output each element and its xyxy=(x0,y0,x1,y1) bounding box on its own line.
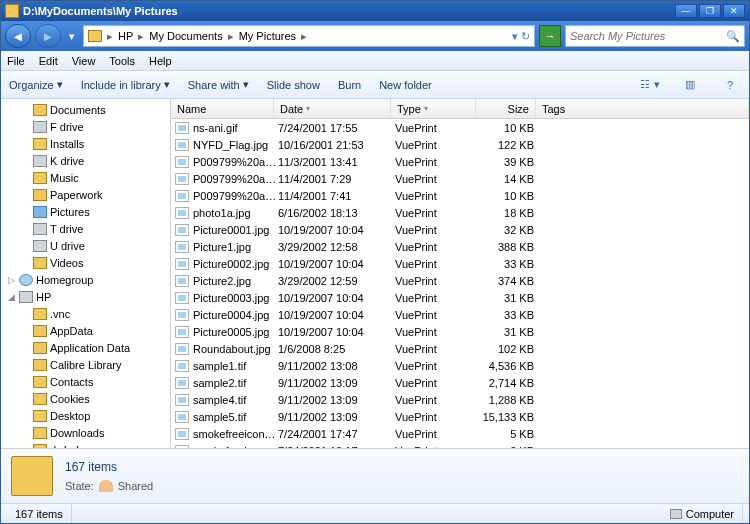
file-row[interactable]: P009799%20all%203...11/3/2001 13:41VuePr… xyxy=(171,153,749,170)
search-box[interactable]: 🔍 xyxy=(565,25,745,47)
tree-item[interactable]: ▷Homegroup xyxy=(1,271,170,288)
file-row[interactable]: Picture0003.jpg10/19/2007 10:04VuePrint3… xyxy=(171,289,749,306)
refresh-dropdown[interactable]: ▾ ↻ xyxy=(512,30,530,43)
file-row[interactable]: sample2.tif9/11/2002 13:09VuePrint2,714 … xyxy=(171,374,749,391)
forward-button[interactable]: ► xyxy=(35,24,61,48)
minimize-button[interactable]: — xyxy=(675,4,697,18)
folder-icon xyxy=(33,104,47,116)
file-type: VuePrint xyxy=(395,343,480,355)
breadcrumb-seg1[interactable]: My Documents xyxy=(149,30,222,42)
separator-icon: ▸ xyxy=(301,30,307,43)
window-title: D:\MyDocuments\My Pictures xyxy=(23,5,675,17)
tree-item[interactable]: ◢HP xyxy=(1,288,170,305)
file-size: 10 KB xyxy=(480,122,540,134)
file-date: 9/11/2002 13:09 xyxy=(278,394,395,406)
tree-item[interactable]: K drive xyxy=(1,152,170,169)
file-row[interactable]: NYFD_Flag.jpg10/16/2001 21:53VuePrint122… xyxy=(171,136,749,153)
file-row[interactable]: photo1a.jpg6/16/2002 18:13VuePrint18 KB xyxy=(171,204,749,221)
burn-button[interactable]: Burn xyxy=(338,79,361,91)
breadcrumb-seg2[interactable]: My Pictures xyxy=(239,30,296,42)
tree-item[interactable]: Cookies xyxy=(1,390,170,407)
column-date[interactable]: Date▾ xyxy=(274,99,391,118)
menu-help[interactable]: Help xyxy=(149,55,172,67)
file-type: VuePrint xyxy=(395,309,480,321)
expand-icon[interactable]: ▷ xyxy=(7,275,16,285)
tree-item[interactable]: Videos xyxy=(1,254,170,271)
file-row[interactable]: sample1.tif9/11/2002 13:08VuePrint4,536 … xyxy=(171,357,749,374)
file-name: P009799%20all%203... xyxy=(193,156,278,168)
file-size: 18 KB xyxy=(480,207,540,219)
file-row[interactable]: Picture0001.jpg10/19/2007 10:04VuePrint3… xyxy=(171,221,749,238)
status-bar: 167 items Computer xyxy=(1,503,749,523)
separator-icon: ▸ xyxy=(138,30,144,43)
back-button[interactable]: ◄ xyxy=(5,24,31,48)
include-library-button[interactable]: Include in library ▾ xyxy=(81,78,170,91)
tree-item[interactable]: U drive xyxy=(1,237,170,254)
file-size: 122 KB xyxy=(480,139,540,151)
file-row[interactable]: ns-ani.gif7/24/2001 17:55VuePrint10 KB xyxy=(171,119,749,136)
tree-item[interactable]: Paperwork xyxy=(1,186,170,203)
close-button[interactable]: ✕ xyxy=(723,4,745,18)
tree-item[interactable]: Desktop xyxy=(1,407,170,424)
tree-label: K drive xyxy=(50,155,84,167)
tree-item[interactable]: Documents xyxy=(1,101,170,118)
file-row[interactable]: Picture0002.jpg10/19/2007 10:04VuePrint3… xyxy=(171,255,749,272)
tree-item[interactable]: Pictures xyxy=(1,203,170,220)
file-row[interactable]: sample4.tif9/11/2002 13:09VuePrint1,288 … xyxy=(171,391,749,408)
file-row[interactable]: Picture2.jpg3/29/2002 12:59VuePrint374 K… xyxy=(171,272,749,289)
file-row[interactable]: Picture0005.jpg10/19/2007 10:04VuePrint3… xyxy=(171,323,749,340)
preview-pane-button[interactable]: ▥ xyxy=(679,75,701,95)
menu-tools[interactable]: Tools xyxy=(109,55,135,67)
tree-item[interactable]: Contacts xyxy=(1,373,170,390)
file-row[interactable]: sample5.tif9/11/2002 13:09VuePrint15,133… xyxy=(171,408,749,425)
tree-item[interactable]: F drive xyxy=(1,118,170,135)
tree-item[interactable]: dwhelper xyxy=(1,441,170,448)
share-with-button[interactable]: Share with ▾ xyxy=(188,78,249,91)
file-row[interactable]: Picture0004.jpg10/19/2007 10:04VuePrint3… xyxy=(171,306,749,323)
tree-item[interactable]: .vnc xyxy=(1,305,170,322)
history-dropdown[interactable]: ▾ xyxy=(65,25,79,47)
file-row[interactable]: smokefreeicon.jpg7/24/2001 17:47VuePrint… xyxy=(171,425,749,442)
go-button[interactable]: → xyxy=(539,25,561,47)
menu-edit[interactable]: Edit xyxy=(39,55,58,67)
slideshow-button[interactable]: Slide show xyxy=(267,79,320,91)
column-name[interactable]: Name xyxy=(171,99,274,118)
file-size: 388 KB xyxy=(480,241,540,253)
folder-icon xyxy=(33,427,47,439)
folder-icon xyxy=(33,376,47,388)
tree-item[interactable]: Downloads xyxy=(1,424,170,441)
file-row[interactable]: P009799%20all%203...11/4/2001 7:29VuePri… xyxy=(171,170,749,187)
expand-icon[interactable]: ◢ xyxy=(7,292,16,302)
file-size: 31 KB xyxy=(480,326,540,338)
breadcrumb-root[interactable]: HP xyxy=(118,30,133,42)
menu-file[interactable]: File xyxy=(7,55,25,67)
folder-icon xyxy=(33,308,47,320)
file-type: VuePrint xyxy=(395,190,480,202)
file-row[interactable]: Picture1.jpg3/29/2002 12:58VuePrint388 K… xyxy=(171,238,749,255)
tree-item[interactable]: Application Data xyxy=(1,339,170,356)
new-folder-button[interactable]: New folder xyxy=(379,79,432,91)
file-size: 1,288 KB xyxy=(480,394,540,406)
column-size[interactable]: Size xyxy=(476,99,536,118)
address-bar[interactable]: ▸ HP ▸ My Documents ▸ My Pictures ▸ ▾ ↻ xyxy=(83,25,535,47)
maximize-button[interactable]: ❐ xyxy=(699,4,721,18)
navigation-tree[interactable]: DocumentsF driveInstallsK driveMusicPape… xyxy=(1,99,171,448)
file-list[interactable]: ns-ani.gif7/24/2001 17:55VuePrint10 KBNY… xyxy=(171,119,749,448)
tree-item[interactable]: AppData xyxy=(1,322,170,339)
tree-item[interactable]: T drive xyxy=(1,220,170,237)
column-tags[interactable]: Tags xyxy=(536,99,749,118)
file-row[interactable]: P009799%20all%203...11/4/2001 7:41VuePri… xyxy=(171,187,749,204)
tree-label: Calibre Library xyxy=(50,359,122,371)
file-name: photo1a.jpg xyxy=(193,207,278,219)
search-input[interactable] xyxy=(570,30,722,42)
tree-item[interactable]: Installs xyxy=(1,135,170,152)
column-type[interactable]: Type▾ xyxy=(391,99,476,118)
menu-view[interactable]: View xyxy=(72,55,96,67)
file-date: 11/3/2001 13:41 xyxy=(278,156,395,168)
tree-item[interactable]: Calibre Library xyxy=(1,356,170,373)
view-options-button[interactable]: ☷ ▾ xyxy=(639,75,661,95)
organize-button[interactable]: Organize ▾ xyxy=(9,78,63,91)
tree-item[interactable]: Music xyxy=(1,169,170,186)
file-row[interactable]: Roundabout.jpg1/6/2008 8:25VuePrint102 K… xyxy=(171,340,749,357)
help-button[interactable]: ? xyxy=(719,75,741,95)
